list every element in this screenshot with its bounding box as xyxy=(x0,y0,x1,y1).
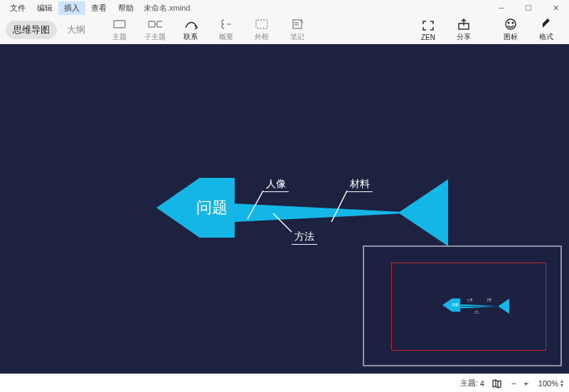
svg-line-13 xyxy=(248,191,263,219)
svg-rect-5 xyxy=(256,20,267,28)
minimize-button[interactable]: ─ xyxy=(488,0,515,16)
window-controls: ─ ☐ ✕ xyxy=(488,0,569,16)
branch-up-1[interactable]: 人像 xyxy=(263,178,289,192)
branch-down-1[interactable]: 方法 xyxy=(292,231,317,245)
menubar: 文件 编辑 插入 查看 帮助 未命名.xmind xyxy=(0,0,569,16)
menu-edit[interactable]: 编辑 xyxy=(31,1,58,15)
toolbar: 思维导图 大纲 主题 子主题 联系 概要 外框 笔记 ZEN 分享 图标 xyxy=(0,16,569,44)
boundary-button[interactable]: 外框 xyxy=(245,16,279,44)
menu-help[interactable]: 帮助 xyxy=(112,1,139,15)
svg-rect-0 xyxy=(114,21,125,28)
zen-icon xyxy=(421,19,435,32)
fish-tail xyxy=(398,179,448,246)
svg-line-14 xyxy=(331,191,347,222)
tab-outline[interactable]: 大纲 xyxy=(60,21,92,39)
minimap[interactable]: 问题 人像 材料 方法 xyxy=(363,245,562,366)
svg-point-11 xyxy=(508,22,509,23)
summary-icon xyxy=(219,18,233,31)
zen-button[interactable]: ZEN xyxy=(411,16,445,44)
note-button[interactable]: 笔记 xyxy=(280,16,314,44)
summary-button[interactable]: 概要 xyxy=(209,16,243,44)
boundary-icon xyxy=(255,18,269,31)
share-icon xyxy=(457,18,471,31)
subtopic-button[interactable]: 子主题 xyxy=(138,16,172,44)
topic-icon xyxy=(112,18,127,31)
fishbone-diagram[interactable]: 问题 人像 材料 方法 xyxy=(156,165,434,250)
zoom-in-button[interactable]: + xyxy=(521,379,531,388)
maximize-button[interactable]: ☐ xyxy=(515,0,542,16)
share-button[interactable]: 分享 xyxy=(447,16,481,44)
relation-button[interactable]: 联系 xyxy=(174,16,208,44)
zoom-level: 100% xyxy=(538,379,558,388)
branch-up-2[interactable]: 材料 xyxy=(347,178,373,192)
statusbar: 主题:4 − + 100% ▴▾ xyxy=(0,374,569,392)
svg-rect-2 xyxy=(157,21,162,27)
smiley-icon xyxy=(504,18,518,31)
svg-line-15 xyxy=(273,213,292,232)
brush-icon xyxy=(539,18,553,31)
svg-point-12 xyxy=(512,22,514,23)
tab-mindmap[interactable]: 思维导图 xyxy=(6,21,57,39)
topic-count: 主题:4 xyxy=(460,378,484,388)
zoom-stepper[interactable]: ▴▾ xyxy=(560,379,563,388)
menu-file[interactable]: 文件 xyxy=(4,1,31,15)
canvas[interactable]: 问题 人像 材料 方法 问题 人像 材料 方法 xyxy=(0,44,569,374)
topic-button[interactable]: 主题 xyxy=(102,16,137,44)
zoom-out-button[interactable]: − xyxy=(509,379,519,388)
map-toggle[interactable] xyxy=(491,378,501,388)
note-icon xyxy=(290,18,304,31)
svg-rect-1 xyxy=(149,21,155,27)
svg-rect-6 xyxy=(293,20,302,28)
format-button[interactable]: 格式 xyxy=(529,16,563,44)
close-button[interactable]: ✕ xyxy=(542,0,569,16)
relation-icon xyxy=(184,18,198,31)
subtopic-icon xyxy=(148,18,162,31)
menu-view[interactable]: 查看 xyxy=(85,1,112,15)
central-topic[interactable]: 问题 xyxy=(156,178,235,238)
icons-button[interactable]: 图标 xyxy=(494,16,528,44)
doc-title: 未命名.xmind xyxy=(144,3,190,14)
menu-insert[interactable]: 插入 xyxy=(58,1,85,15)
minimap-content: 问题 人像 材料 方法 xyxy=(442,295,506,315)
